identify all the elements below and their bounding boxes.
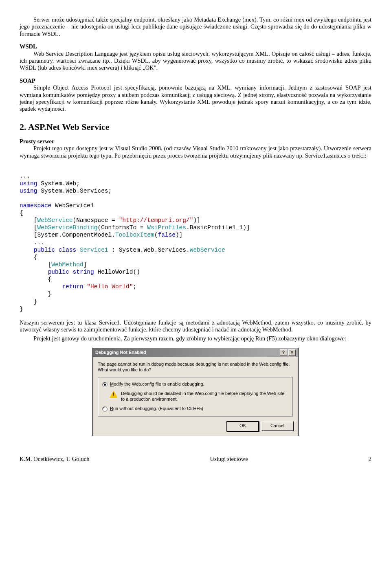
after-code-p1: Naszym serwerem jest tu klasa Service1. …: [20, 319, 371, 333]
mnemonic: R: [110, 406, 113, 411]
dialog-message: The page cannot be run in debug mode bec…: [98, 361, 293, 373]
code-text: ]: [83, 261, 87, 268]
code-text: : System.Web.Services.: [108, 247, 190, 253]
footer-center: Usługi sieciowe: [210, 456, 248, 463]
footer-right: 2: [369, 456, 371, 463]
radio-icon[interactable]: [102, 382, 108, 387]
prosty-serwer-label: Prosty serwer: [20, 138, 371, 145]
soap-body: Simple Object Access Protocol jest specy…: [20, 84, 371, 113]
ok-button[interactable]: OK: [226, 421, 259, 432]
footer-left: K.M. Ocetkiewicz, T. Goluch: [20, 456, 89, 463]
code-text: .BasicProfile1_1)]: [186, 224, 250, 231]
mnemonic: M: [110, 382, 114, 386]
code-text: )]: [193, 217, 200, 224]
radio-icon[interactable]: [102, 406, 108, 412]
heading-asp-net: 2. ASP.Net Web Service: [20, 122, 371, 132]
code-type: Service1: [80, 247, 108, 253]
debug-dialog: Debugging Not Enabled ? × The page canno…: [92, 348, 299, 436]
code-attr: WebService: [37, 217, 73, 224]
code-kw-using: using: [20, 180, 37, 187]
warning-icon: !: [110, 391, 118, 398]
help-icon[interactable]: ?: [280, 349, 287, 356]
code-attr: WebMethod: [51, 261, 83, 268]
code-text: WebService1: [51, 202, 94, 209]
dialog-body: The page cannot be run in debug mode bec…: [93, 357, 298, 436]
code-string: "Hello World": [87, 283, 133, 290]
wsdl-body: Web Service Description Language jest ję…: [20, 50, 371, 72]
code-text: [20, 269, 48, 275]
code-text: (Namespace =: [73, 217, 119, 224]
code-text: (ConformsTo =: [97, 224, 147, 231]
code-type: WebService: [190, 247, 225, 253]
code-text: [: [20, 224, 37, 231]
code-text: [20, 283, 62, 290]
wsdl-body-text: Web Service Description Language jest ję…: [20, 50, 371, 72]
label-rest: odify the Web.config file to enable debu…: [114, 382, 204, 386]
code-brace: {: [20, 276, 51, 283]
warning-text: Debugging should be disabled in the Web.…: [121, 391, 289, 402]
warning-row: ! Debugging should be disabled in the We…: [110, 391, 289, 402]
code-attr: WebServiceBinding: [37, 224, 98, 231]
code-brace: }: [20, 298, 37, 305]
dialog-titlebar[interactable]: Debugging Not Enabled ? ×: [93, 348, 298, 357]
code-text: [: [20, 217, 37, 224]
wsdl-label: WSDL: [20, 43, 371, 50]
code-string: "http://tempuri.org/": [119, 217, 193, 224]
code-text: )]: [176, 232, 182, 238]
code-block: ... using System.Web; using System.Web.S…: [20, 165, 371, 313]
code-type: WsiProfiles: [147, 224, 186, 231]
page-footer: K.M. Ocetkiewicz, T. Goluch Usługi sieci…: [20, 448, 371, 463]
option-modify-label: Modify the Web.config file to enable deb…: [110, 382, 204, 387]
dialog-wrapper: Debugging Not Enabled ? × The page canno…: [20, 348, 371, 436]
code-kw-namespace: namespace: [20, 202, 51, 209]
code-kw-public: public string: [48, 269, 94, 275]
option-run-label: Run without debugging. (Equivalent to Ct…: [110, 406, 203, 411]
code-text: System.Web;: [37, 180, 80, 187]
cancel-button[interactable]: Cancel: [261, 421, 293, 431]
dialog-button-row: OK Cancel: [98, 421, 293, 432]
radio-option-run[interactable]: Run without debugging. (Equivalent to Ct…: [102, 406, 289, 412]
code-text: [20, 247, 34, 253]
prosty-body-text: Projekt tego typu dostępny jest w Visual…: [20, 145, 371, 159]
code-line: ...: [20, 173, 30, 179]
radio-option-modify[interactable]: Modify the Web.config file to enable deb…: [102, 382, 289, 387]
code-text: System.Web.Services;: [37, 188, 112, 194]
code-text: [: [20, 261, 51, 268]
code-line: ...: [20, 239, 44, 246]
label-rest: un without debugging. (Equivalent to Ctr…: [113, 406, 203, 411]
code-brace: {: [20, 254, 37, 261]
soap-body-text: Simple Object Access Protocol jest specy…: [20, 84, 371, 113]
code-brace: {: [20, 210, 23, 216]
soap-label: SOAP: [20, 77, 371, 84]
code-attr: ToolboxItem: [115, 232, 154, 238]
close-icon[interactable]: ×: [288, 349, 296, 356]
dialog-title-text: Debugging Not Enabled: [95, 350, 146, 355]
dialog-options-group: Modify the Web.config file to enable deb…: [98, 377, 293, 417]
code-text: ;: [133, 283, 136, 290]
code-kw-using: using: [20, 188, 37, 194]
intro-paragraph: Serwer może udostępniać także specjalny …: [20, 16, 371, 37]
code-brace: }: [20, 291, 51, 297]
code-text: HelloWorld(): [94, 269, 140, 275]
code-text: [System.ComponentModel.: [20, 232, 115, 238]
code-kw-class: public class: [34, 247, 80, 253]
prosty-serwer-body: Projekt tego typu dostępny jest w Visual…: [20, 145, 371, 159]
code-kw-return: return: [62, 283, 87, 290]
code-brace: }: [20, 306, 23, 312]
code-kw-false: false: [158, 232, 176, 238]
after-code-p2: Projekt jest gotowy do uruchomienia. Za …: [20, 335, 371, 342]
